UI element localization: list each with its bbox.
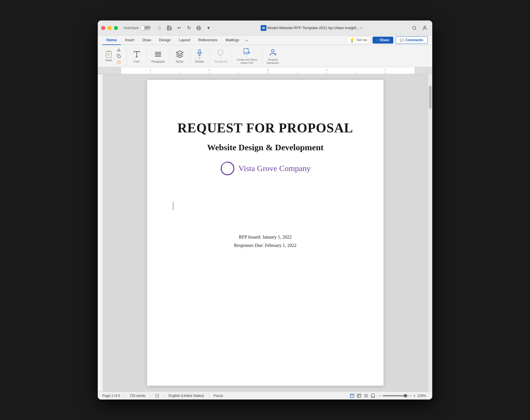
page-info[interactable]: Page 2 of 5 (102, 394, 120, 398)
status-bar: Page 2 of 5 720 words English (United St… (98, 391, 432, 400)
autosave-toggle[interactable]: OFF (140, 25, 151, 31)
format-painter-button[interactable] (116, 59, 122, 65)
undo-icon[interactable]: ↩ (175, 24, 183, 32)
share-button[interactable]: ↑ Share (373, 37, 393, 44)
tab-home[interactable]: Home (102, 35, 121, 45)
tab-mailings[interactable]: Mailings (221, 35, 243, 45)
svg-text:7: 7 (385, 68, 386, 71)
page-count: Page 2 of 5 (102, 394, 120, 398)
svg-text:3: 3 (208, 68, 210, 71)
toggle-label: OFF (144, 26, 150, 29)
status-sep-2 (150, 394, 151, 398)
horizontal-ruler: 1 3 5 6 7 (98, 67, 432, 74)
styles-button[interactable] (174, 49, 185, 59)
ribbon-group-dictate: ▾ Dictate (194, 49, 210, 63)
document-dates: RFP Issued: January 1, 2022 Responses Du… (234, 233, 296, 250)
responses-due-date: Responses Due: February 1, 2022 (234, 241, 296, 250)
create-adobe-pdf-button[interactable]: PDF (242, 47, 252, 58)
svg-line-11 (118, 50, 119, 50)
title-bar: AutoSave OFF ⌂ ↩ ↻ (98, 20, 432, 35)
autosave-area: AutoSave OFF (124, 25, 151, 31)
status-sep-1 (125, 394, 125, 398)
close-button[interactable] (101, 26, 105, 30)
profile-icon[interactable] (421, 24, 429, 32)
adobe-pdf-group-label: Create and ShareAdobe PDF (237, 58, 257, 65)
text-cursor (173, 202, 173, 210)
request-signatures-button[interactable] (268, 47, 278, 58)
font-group-label: Font (134, 60, 140, 63)
main-area: REQUEST FOR PROPOSAL Website Design & De… (98, 74, 432, 391)
read-mode-view-icon[interactable] (370, 393, 376, 399)
tab-draw[interactable]: Draw (138, 35, 155, 45)
zoom-slider-fill (383, 395, 404, 396)
svg-rect-13 (118, 55, 121, 58)
company-logo: Vista Grove Company (220, 161, 311, 176)
paragraph-button[interactable] (153, 49, 163, 59)
status-sep-3 (164, 394, 164, 398)
ribbon-group-clipboard: Paste (102, 47, 127, 65)
vertical-scrollbar[interactable] (428, 74, 432, 391)
ruler-right-margin (415, 67, 432, 74)
ribbon-group-signatures: RequestSignatures (267, 47, 284, 65)
svg-point-3 (424, 26, 426, 28)
svg-rect-51 (357, 394, 361, 397)
titlebar-icons: ⌂ ↩ ↻ ▾ (155, 24, 213, 32)
font-button[interactable] (131, 49, 142, 59)
status-bar-right: − + 120% (349, 393, 428, 399)
proofing-icon[interactable] (155, 394, 159, 398)
paste-label: Paste (105, 59, 112, 62)
language[interactable]: English (United States) (169, 394, 204, 398)
svg-rect-23 (199, 50, 200, 53)
cut-button[interactable] (116, 47, 122, 52)
ribbon-right-actions: 💡 Tell me ↑ Share 💬 Comments (346, 36, 428, 44)
paragraph-group-label: Paragraph (151, 60, 165, 63)
redo-icon[interactable]: ↻ (185, 24, 193, 32)
styles-group-label: Styles (176, 60, 183, 63)
web-layout-view-icon[interactable] (356, 393, 362, 399)
tell-me-input[interactable]: 💡 Tell me (346, 36, 370, 44)
word-count[interactable]: 720 words (129, 394, 145, 398)
document-area[interactable]: REQUEST FOR PROPOSAL Website Design & De… (103, 74, 428, 391)
outline-view-icon[interactable] (363, 393, 369, 399)
dictate-button[interactable]: ▾ (194, 49, 205, 59)
zoom-in-button[interactable]: + (413, 393, 416, 398)
zoom-out-button[interactable]: − (379, 393, 381, 398)
language-label: English (United States) (169, 394, 204, 398)
print-layout-view-icon[interactable] (349, 393, 355, 399)
svg-line-12 (119, 50, 120, 50)
scrollbar-thumb[interactable] (429, 86, 432, 109)
tab-design[interactable]: Design (155, 35, 175, 45)
tab-insert[interactable]: Insert (121, 35, 138, 45)
tab-references[interactable]: References (194, 35, 221, 45)
company-logo-icon (220, 161, 235, 176)
focus-button[interactable]: Focus (214, 394, 223, 398)
maximize-button[interactable] (114, 26, 118, 30)
ribbon-group-styles: Styles (174, 49, 190, 63)
ribbon-group-sensitivity: ▾ Sensitivity (214, 49, 232, 63)
more-actions-icon[interactable]: ▾ (204, 24, 213, 32)
save-icon[interactable] (165, 24, 173, 32)
signatures-group-label: RequestSignatures (267, 58, 279, 65)
svg-text:6: 6 (326, 68, 327, 71)
title-dropdown-icon[interactable]: ▾ (360, 26, 362, 30)
zoom-slider-thumb[interactable] (404, 394, 407, 397)
document-main-title: REQUEST FOR PROPOSAL (177, 120, 353, 136)
ruler-content-area: 1 3 5 6 7 (121, 67, 415, 74)
paste-button[interactable]: Paste (102, 50, 115, 62)
zoom-slider[interactable] (383, 395, 411, 396)
home-icon[interactable]: ⌂ (155, 24, 163, 32)
comments-label: Comments (405, 38, 423, 42)
ribbon-more-icon[interactable]: » (243, 36, 250, 45)
print-icon[interactable] (195, 24, 203, 32)
search-icon[interactable] (410, 24, 418, 32)
paste-side-icons (116, 47, 122, 65)
copy-button[interactable] (116, 53, 122, 59)
minimize-button[interactable] (108, 26, 112, 30)
word-app-icon: W (261, 25, 266, 31)
tab-layout[interactable]: Layout (175, 35, 194, 45)
comments-button[interactable]: 💬 Comments (396, 36, 428, 44)
ribbon-content: Paste (98, 45, 432, 67)
tell-me-label: Tell me (356, 38, 367, 42)
share-label: Share (380, 38, 389, 42)
zoom-level[interactable]: 120% (417, 394, 428, 398)
